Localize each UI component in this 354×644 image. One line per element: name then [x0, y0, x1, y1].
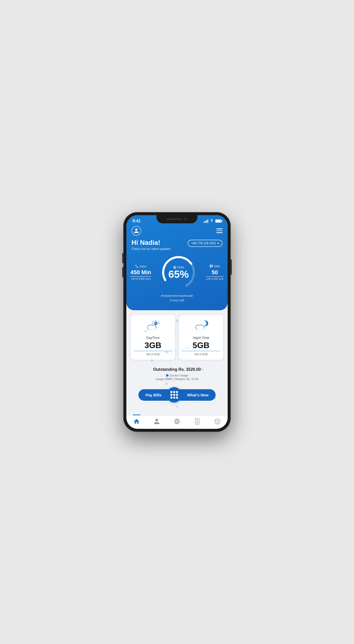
profile-icon [153, 418, 160, 425]
status-icons [204, 219, 222, 223]
nav-active-indicator [133, 415, 140, 415]
svg-point-33 [154, 322, 158, 325]
sms-icon [209, 264, 213, 268]
phone-frame: 9:41 [123, 212, 231, 432]
battery-icon [215, 220, 222, 223]
plan-line2: 5 hours left [126, 298, 228, 303]
nighttime-icon [182, 319, 220, 334]
excess-detail: Usage 28MB | Charges: Rs. 12.50 [131, 377, 223, 381]
nighttime-card: Night Time 5GB left of 8GB [179, 314, 224, 360]
greeting-subtitle: Check out our latest updates. [131, 247, 171, 251]
svg-line-30 [158, 321, 159, 322]
data-globe-icon [173, 266, 176, 269]
data-percent: 65% [168, 269, 189, 279]
front-camera [184, 218, 187, 221]
outstanding-title: Outstanding Rs. 3520.00 [131, 367, 223, 372]
main-content: DayTime 3GB left of 5GB [126, 310, 228, 415]
power-button[interactable] [231, 259, 232, 275]
sms-stat: SMS 50 Left of 500 sms [206, 264, 224, 280]
usage-area: Voice 450 Min Left of 1000 mins [126, 251, 228, 292]
bottom-nav [126, 415, 228, 429]
package-icon [214, 418, 221, 425]
globe-icon [174, 418, 180, 425]
whats-new-button[interactable]: What's New [180, 389, 216, 401]
voice-icon [135, 264, 139, 268]
daytime-title: DayTime [134, 336, 172, 340]
wifi-icon [209, 219, 214, 223]
chevron-down-icon: ▾ [217, 241, 219, 245]
svg-point-37 [148, 326, 156, 330]
nighttime-value: 5GB [182, 341, 220, 349]
sms-label: SMS [214, 265, 220, 268]
greeting-title: Hi Nadia! [131, 239, 171, 247]
sms-sub: Left of 500 sms [206, 278, 224, 280]
greeting-area: Hi Nadia! Check out our latest updates. … [126, 238, 228, 251]
sms-value: 50 [206, 269, 224, 277]
speaker [167, 218, 182, 220]
nav-item-profile[interactable] [153, 418, 160, 425]
notch [157, 215, 197, 223]
hamburger-menu-icon[interactable] [216, 228, 223, 233]
voice-stat: Voice 450 Min Left of 1000 mins [130, 264, 151, 280]
volume-up-button[interactable] [122, 253, 123, 263]
phone-screen: 9:41 [126, 215, 228, 429]
nav-item-globe[interactable] [174, 418, 180, 425]
svg-point-41 [196, 326, 204, 330]
action-buttons: Pay Bills What's New [126, 383, 228, 407]
daytime-value: 3GB [134, 341, 172, 349]
svg-point-50 [197, 422, 198, 423]
volume-down-button[interactable] [122, 267, 123, 277]
header-nav [126, 225, 228, 238]
daytime-sub: left of 5GB [134, 351, 172, 356]
data-label: Data [177, 266, 184, 269]
phone-number-badge[interactable]: +94 778 126 4321 ▾ [188, 240, 223, 247]
voice-value: 450 Min [130, 269, 151, 277]
pay-bills-button[interactable]: Pay Bills [138, 389, 169, 401]
avatar[interactable] [131, 226, 141, 236]
gauge-center: Data 65% [168, 266, 189, 279]
nav-item-billing[interactable] [194, 418, 201, 425]
greeting-text: Hi Nadia! Check out our latest updates. [131, 239, 171, 251]
excess-dot-icon [166, 374, 169, 377]
home-icon [133, 418, 140, 425]
outstanding-section: Outstanding Rs. 3520.00 Excess Usage Usa… [126, 362, 228, 383]
data-cards-section: DayTime 3GB left of 5GB [126, 310, 228, 362]
nav-item-home[interactable] [133, 418, 140, 425]
excess-usage-row: Excess Usage [131, 374, 223, 377]
excess-label: Excess Usage [170, 374, 188, 377]
nav-item-package[interactable] [214, 418, 221, 425]
nighttime-title: Night Time [182, 336, 220, 340]
grid-dots-icon [170, 391, 178, 399]
daytime-icon [134, 319, 172, 334]
plan-line1: Activated time based plan [126, 294, 228, 298]
signal-icon [204, 219, 208, 223]
voice-label: Voice [139, 265, 146, 268]
plan-info: Activated time based plan 5 hours left [126, 292, 228, 303]
grid-menu-button[interactable] [167, 387, 182, 402]
svg-line-29 [153, 321, 154, 322]
status-time: 9:41 [132, 219, 141, 223]
daytime-card: DayTime 3GB left of 5GB [130, 314, 175, 360]
voice-sub: Left of 1000 mins [130, 278, 151, 280]
billing-icon [194, 418, 201, 425]
phone-number-text: +94 778 126 4321 [191, 241, 216, 245]
data-gauge: Data 65% [159, 253, 198, 292]
header-section: 9:41 [126, 215, 228, 310]
nighttime-sub: left of 8GB [182, 351, 220, 356]
